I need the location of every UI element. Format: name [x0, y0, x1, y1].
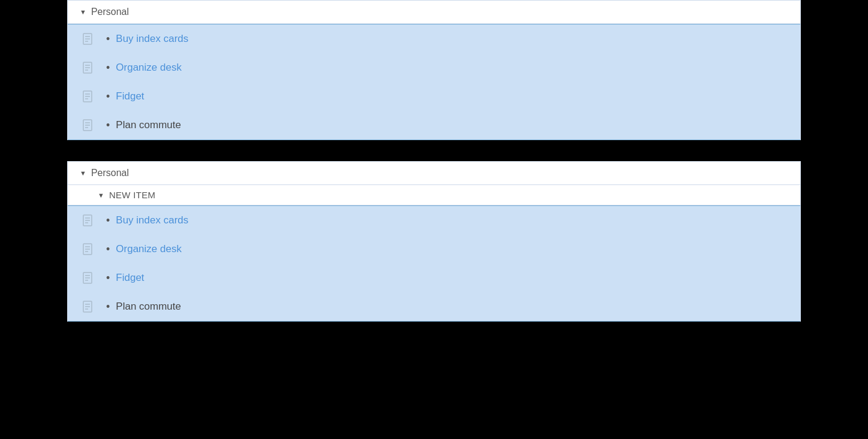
- bullet-icon: •: [106, 272, 110, 284]
- document-icon: [80, 88, 97, 105]
- item-text: Organize desk: [116, 243, 182, 255]
- bullet-icon: •: [106, 301, 110, 313]
- item-content: • Plan commute: [106, 301, 181, 313]
- document-icon: [80, 270, 97, 286]
- group-header-1[interactable]: ▼ Personal: [68, 1, 800, 24]
- panel-1: ▼ Personal • Buy index cards: [67, 0, 801, 140]
- chevron-icon-2: ▼: [80, 169, 86, 177]
- item-text: Plan commute: [116, 119, 181, 131]
- list-item[interactable]: • Buy index cards: [68, 206, 800, 235]
- list-area-1: • Buy index cards • Organize desk: [68, 24, 800, 140]
- item-content: • Organize desk: [106, 243, 182, 256]
- list-item[interactable]: • Plan commute: [68, 111, 800, 140]
- list-area-2: • Buy index cards • Organize desk: [68, 205, 800, 322]
- bullet-icon: •: [106, 62, 110, 74]
- group-header-2[interactable]: ▼ Personal: [68, 162, 800, 185]
- list-item[interactable]: • Organize desk: [68, 235, 800, 264]
- document-icon: [80, 298, 97, 315]
- list-item[interactable]: • Buy index cards: [68, 25, 800, 53]
- item-content: • Plan commute: [106, 119, 181, 132]
- list-item[interactable]: • Organize desk: [68, 53, 800, 82]
- list-item[interactable]: • Plan commute: [68, 292, 800, 321]
- subgroup-label: NEW ITEM: [109, 190, 155, 200]
- list-item[interactable]: • Fidget: [68, 264, 800, 292]
- document-icon: [80, 31, 97, 47]
- item-text: Plan commute: [116, 301, 181, 313]
- item-text: Buy index cards: [116, 33, 188, 45]
- bullet-icon: •: [106, 33, 110, 46]
- group-label-2: Personal: [91, 168, 129, 178]
- item-content: • Buy index cards: [106, 33, 188, 46]
- bullet-icon: •: [106, 214, 110, 227]
- chevron-icon-1: ▼: [80, 8, 86, 16]
- bullet-icon: •: [106, 243, 110, 256]
- group-label-1: Personal: [91, 7, 129, 17]
- bullet-icon: •: [106, 119, 110, 132]
- panel-2: ▼ Personal ▼ NEW ITEM • Buy: [67, 161, 801, 322]
- document-icon: [80, 241, 97, 258]
- list-item[interactable]: • Fidget: [68, 82, 800, 111]
- item-content: • Fidget: [106, 272, 144, 284]
- document-icon: [80, 212, 97, 229]
- item-text: Fidget: [116, 272, 144, 284]
- item-content: • Organize desk: [106, 62, 182, 74]
- item-content: • Buy index cards: [106, 214, 188, 227]
- item-text: Organize desk: [116, 62, 182, 74]
- bullet-icon: •: [106, 90, 110, 103]
- item-text: Fidget: [116, 90, 144, 102]
- subgroup-chevron-icon: ▼: [98, 192, 104, 199]
- sub-group-header[interactable]: ▼ NEW ITEM: [68, 185, 800, 205]
- item-text: Buy index cards: [116, 214, 188, 226]
- document-icon: [80, 117, 97, 134]
- item-content: • Fidget: [106, 90, 144, 103]
- document-icon: [80, 59, 97, 76]
